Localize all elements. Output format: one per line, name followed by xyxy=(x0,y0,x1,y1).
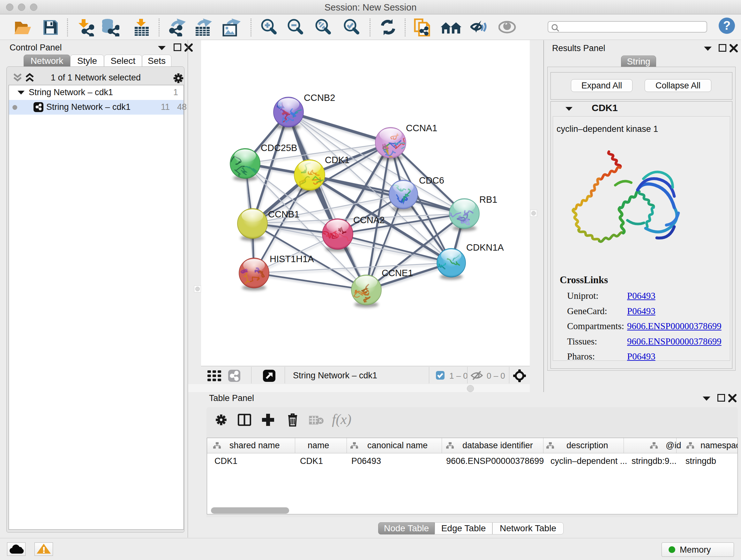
svg-text:RB1: RB1 xyxy=(479,194,497,205)
svg-text:CCNA2: CCNA2 xyxy=(353,215,385,225)
svg-text:CDKN1A: CDKN1A xyxy=(466,242,504,253)
svg-text:CDC25B: CDC25B xyxy=(261,143,297,153)
svg-text:CDC6: CDC6 xyxy=(419,175,444,186)
svg-text:CDK1: CDK1 xyxy=(325,155,349,165)
svg-text:CCNB2: CCNB2 xyxy=(304,92,335,103)
svg-text:CCNA1: CCNA1 xyxy=(406,123,437,133)
svg-text:CCNE1: CCNE1 xyxy=(382,268,413,278)
svg-text:HIST1H1A: HIST1H1A xyxy=(270,254,314,264)
svg-text:CCNB1: CCNB1 xyxy=(268,209,299,219)
